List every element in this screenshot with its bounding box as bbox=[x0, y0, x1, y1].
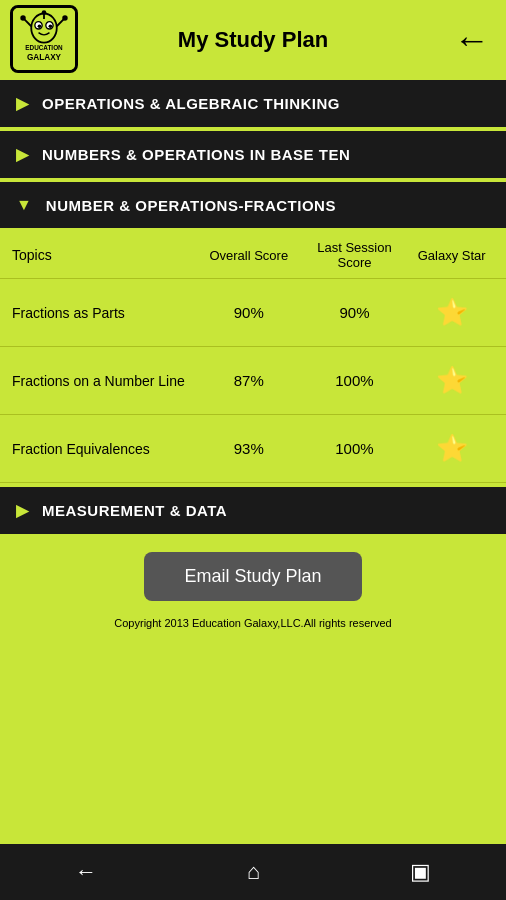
row3-star: ⭐ bbox=[409, 433, 494, 464]
row1-star: ⭐ bbox=[409, 297, 494, 328]
footer-copyright: Copyright 2013 Education Galaxy,LLC.All … bbox=[0, 611, 506, 633]
section-base-ten-arrow: ▶ bbox=[16, 145, 28, 164]
row1-last-session: 90% bbox=[300, 304, 410, 321]
table-row[interactable]: Fractions on a Number Line 87% 100% ⭐ bbox=[0, 347, 506, 415]
row2-overall: 87% bbox=[198, 372, 299, 389]
row2-star: ⭐ bbox=[409, 365, 494, 396]
section-measurement-title: MEASUREMENT & DATA bbox=[42, 502, 227, 519]
row3-last-session: 100% bbox=[300, 440, 410, 457]
email-button-area: Email Study Plan bbox=[0, 538, 506, 611]
logo: EDUCATION GALAXY bbox=[10, 5, 80, 75]
section-base-ten-title: NUMBERS & OPERATIONS IN BASE TEN bbox=[42, 146, 350, 163]
row1-topic: Fractions as Parts bbox=[12, 305, 198, 321]
nav-home-button[interactable]: ⌂ bbox=[247, 859, 260, 885]
section-algebraic-arrow: ▶ bbox=[16, 94, 28, 113]
section-algebraic[interactable]: ▶ OPERATIONS & ALGEBRAIC THINKING bbox=[0, 80, 506, 127]
nav-back-button[interactable]: ← bbox=[75, 859, 97, 885]
row2-topic: Fractions on a Number Line bbox=[12, 373, 198, 389]
section-fractions-title: NUMBER & OPERATIONS-FRACTIONS bbox=[46, 197, 336, 214]
logo-image: EDUCATION GALAXY bbox=[10, 8, 78, 70]
section-algebraic-title: OPERATIONS & ALGEBRAIC THINKING bbox=[42, 95, 340, 112]
svg-text:GALAXY: GALAXY bbox=[27, 53, 62, 62]
row2-last-session: 100% bbox=[300, 372, 410, 389]
row1-overall: 90% bbox=[198, 304, 299, 321]
section-fractions-header[interactable]: ▼ NUMBER & OPERATIONS-FRACTIONS bbox=[0, 182, 506, 228]
svg-point-11 bbox=[62, 15, 67, 20]
nav-recent-button[interactable]: ▣ bbox=[410, 859, 431, 885]
email-study-plan-button[interactable]: Email Study Plan bbox=[144, 552, 361, 601]
row3-overall: 93% bbox=[198, 440, 299, 457]
section-fractions: ▼ NUMBER & OPERATIONS-FRACTIONS Topics O… bbox=[0, 182, 506, 483]
svg-point-10 bbox=[20, 15, 25, 20]
table-header-row: Topics Overall Score Last Session Score … bbox=[0, 228, 506, 279]
col-header-overall: Overall Score bbox=[198, 248, 299, 263]
section-fractions-arrow: ▼ bbox=[16, 196, 32, 214]
back-button[interactable]: ← bbox=[454, 19, 490, 61]
svg-point-4 bbox=[38, 24, 42, 28]
svg-text:EDUCATION: EDUCATION bbox=[25, 44, 63, 51]
table-row[interactable]: Fractions as Parts 90% 90% ⭐ bbox=[0, 279, 506, 347]
svg-point-5 bbox=[49, 24, 53, 28]
header: EDUCATION GALAXY My Study Plan ← bbox=[0, 0, 506, 80]
section-base-ten[interactable]: ▶ NUMBERS & OPERATIONS IN BASE TEN bbox=[0, 131, 506, 178]
fractions-table: Topics Overall Score Last Session Score … bbox=[0, 228, 506, 483]
table-row[interactable]: Fraction Equivalences 93% 100% ⭐ bbox=[0, 415, 506, 483]
page-title: My Study Plan bbox=[178, 27, 328, 53]
col-header-galaxy-star: Galaxy Star bbox=[409, 248, 494, 263]
section-measurement-arrow: ▶ bbox=[16, 501, 28, 520]
bottom-nav: ← ⌂ ▣ bbox=[0, 844, 506, 900]
section-measurement[interactable]: ▶ MEASUREMENT & DATA bbox=[0, 487, 506, 534]
row3-topic: Fraction Equivalences bbox=[12, 441, 198, 457]
col-header-last-session: Last Session Score bbox=[300, 240, 410, 270]
svg-point-7 bbox=[42, 10, 47, 15]
col-header-topics: Topics bbox=[12, 247, 198, 263]
